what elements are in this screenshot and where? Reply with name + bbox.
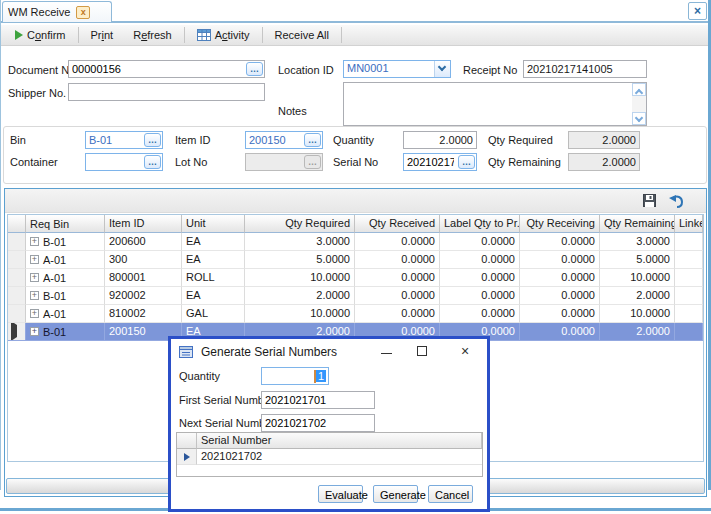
expand-plus-icon[interactable]: +: [30, 237, 39, 246]
shipper-no-label: Shipper No.: [8, 87, 66, 99]
col-item-id[interactable]: Item ID: [105, 215, 182, 233]
location-id-value: MN0001: [344, 61, 434, 77]
activity-button[interactable]: Activity: [187, 26, 260, 45]
cancel-button[interactable]: Cancel: [428, 485, 473, 503]
selector-header: [177, 433, 197, 449]
receive-all-button[interactable]: Receive All: [265, 26, 339, 45]
ellipsis-icon: …: [250, 64, 259, 74]
col-serial-number[interactable]: Serial Number: [197, 433, 482, 449]
bin-field: …: [85, 131, 163, 149]
close-icon: ×: [694, 4, 701, 18]
document-no-input[interactable]: [69, 61, 245, 77]
dialog-maximize-button[interactable]: [417, 346, 427, 356]
toolbar-separator: [262, 27, 263, 43]
dialog-quantity-input[interactable]: 1: [261, 367, 329, 385]
row-selector[interactable]: [8, 287, 26, 305]
serial-no-input[interactable]: [404, 154, 457, 170]
lot-no-input: [246, 154, 303, 170]
window-close-button[interactable]: ×: [688, 2, 707, 20]
document-no-field: …: [68, 60, 265, 78]
document-no-browse-button[interactable]: …: [246, 62, 263, 76]
dialog-title: Generate Serial Numbers: [201, 345, 337, 359]
dialog-minimize-button[interactable]: [377, 345, 397, 359]
table-row[interactable]: +B-01 920002 EA 2.0000 0.0000 0.0000 0.0…: [8, 287, 703, 305]
bin-input[interactable]: [86, 132, 143, 148]
item-id-input[interactable]: [246, 132, 303, 148]
play-icon: [15, 30, 23, 40]
expand-plus-icon[interactable]: +: [30, 255, 39, 264]
receipt-no-input[interactable]: [523, 60, 647, 78]
container-browse-button[interactable]: …: [144, 155, 161, 169]
undo-icon[interactable]: [668, 194, 684, 208]
location-id-label: Location ID: [278, 64, 334, 76]
scroll-up-button[interactable]: [632, 83, 646, 96]
scroll-down-button[interactable]: [632, 112, 646, 125]
table-row-selected[interactable]: 2021021702: [177, 449, 482, 465]
tab-wm-receive[interactable]: WM Receive x: [2, 1, 112, 22]
confirm-button[interactable]: Confirm: [5, 26, 76, 45]
receipt-no-label: Receipt No: [463, 64, 517, 76]
close-icon: ×: [461, 343, 469, 359]
ellipsis-icon: …: [308, 135, 317, 145]
first-serial-label: First Serial Number: [179, 394, 274, 406]
document-no-label: Document No: [8, 64, 75, 76]
expand-plus-icon[interactable]: +: [30, 309, 39, 318]
notes-scrollbar[interactable]: [632, 83, 646, 125]
toolbar-separator: [78, 27, 79, 43]
evaluate-button[interactable]: Evaluate: [318, 485, 363, 503]
col-qty-receiving[interactable]: Qty Receiving: [520, 215, 600, 233]
table-icon: [197, 29, 211, 41]
col-label-qty[interactable]: Label Qty to Pr...: [440, 215, 520, 233]
table-row[interactable]: +A-01 800001 ROLL 10.0000 0.0000 0.0000 …: [8, 269, 703, 287]
expand-plus-icon[interactable]: +: [30, 291, 39, 300]
location-id-dropdown-button[interactable]: [434, 61, 450, 77]
notes-textarea[interactable]: [343, 82, 647, 126]
ellipsis-icon: …: [462, 157, 471, 167]
dialog-titlebar[interactable]: Generate Serial Numbers: [171, 339, 487, 365]
chevron-up-icon: [635, 89, 643, 97]
dialog-close-button[interactable]: ×: [455, 341, 475, 361]
print-button[interactable]: Print: [81, 26, 124, 45]
tab-title: WM Receive: [8, 6, 70, 18]
bin-browse-button[interactable]: …: [144, 133, 161, 147]
chevron-down-icon: [438, 63, 446, 71]
first-serial-input[interactable]: [261, 391, 375, 409]
shipper-no-input[interactable]: [68, 83, 265, 101]
chevron-down-icon: [635, 114, 643, 122]
col-qty-remaining[interactable]: Qty Remaining: [600, 215, 675, 233]
table-row[interactable]: +A-01 810002 GAL 10.0000 0.0000 0.0000 0…: [8, 305, 703, 323]
expand-plus-icon[interactable]: +: [30, 273, 39, 282]
item-id-browse-button[interactable]: …: [304, 133, 321, 147]
toolbar-separator: [341, 27, 342, 43]
col-linked[interactable]: Linked: [675, 215, 703, 233]
receive-all-label: Receive All: [275, 29, 329, 41]
col-unit[interactable]: Unit: [182, 215, 245, 233]
row-selector[interactable]: [8, 251, 26, 269]
col-qty-received[interactable]: Qty Received: [355, 215, 440, 233]
lot-no-field: …: [245, 153, 323, 171]
row-selector[interactable]: [8, 233, 26, 251]
col-qty-required[interactable]: Qty Required: [245, 215, 355, 233]
row-selector-current[interactable]: [8, 323, 26, 341]
container-input[interactable]: [86, 154, 143, 170]
refresh-button[interactable]: Refresh: [123, 26, 182, 45]
tab-close-icon[interactable]: x: [76, 6, 90, 19]
quantity-input[interactable]: [403, 131, 477, 149]
refresh-label: Refresh: [133, 29, 172, 41]
generate-serial-numbers-dialog: Generate Serial Numbers × Quantity 1 Fir…: [168, 336, 490, 512]
save-icon[interactable]: [643, 194, 656, 207]
table-row[interactable]: +B-01 200600 EA 3.0000 0.0000 0.0000 0.0…: [8, 233, 703, 251]
next-serial-input[interactable]: [261, 414, 375, 432]
row-selector[interactable]: [8, 305, 26, 323]
serial-numbers-grid: Serial Number 2021021702: [176, 432, 483, 477]
generate-button[interactable]: Generate: [373, 485, 418, 503]
selected-text: 1: [316, 370, 326, 382]
row-selector[interactable]: [8, 269, 26, 287]
grid-toolbar: [5, 189, 706, 213]
table-row[interactable]: +A-01 300 EA 5.0000 0.0000 0.0000 0.0000…: [8, 251, 703, 269]
row-selector-current: [177, 449, 197, 465]
location-id-combo[interactable]: MN0001: [343, 60, 451, 78]
serial-no-browse-button[interactable]: …: [458, 155, 475, 169]
expand-plus-icon[interactable]: +: [30, 327, 39, 336]
col-req-bin[interactable]: Req Bin: [26, 215, 105, 233]
